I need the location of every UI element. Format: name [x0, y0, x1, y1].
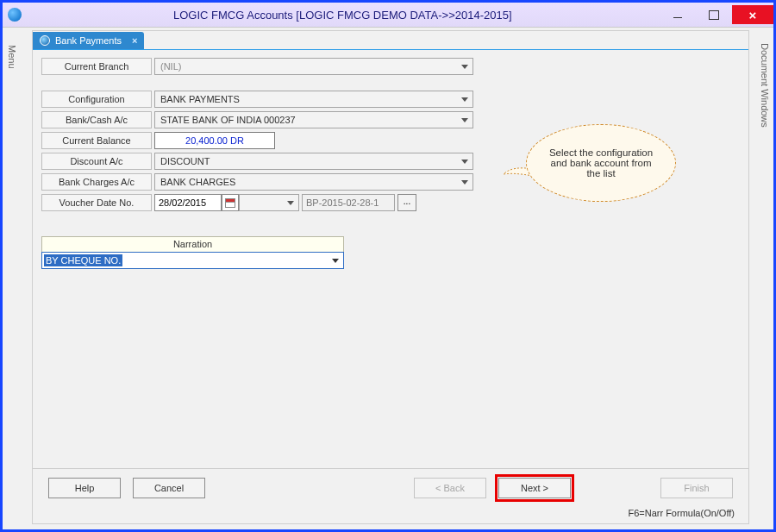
- sidebar-tab-menu[interactable]: Menu: [7, 41, 17, 72]
- value-bank-cash-ac: STATE BANK OF INDIA 000237: [155, 112, 296, 128]
- window-title: LOGIC FMCG Accounts [LOGIC FMCG DEMO DAT…: [173, 9, 512, 22]
- select-configuration[interactable]: BANK PAYMENTS: [154, 91, 473, 108]
- window-maximize-button[interactable]: [696, 5, 732, 24]
- next-button[interactable]: Next >: [498, 478, 571, 498]
- value-bank-charges-ac: BANK CHARGES: [155, 174, 235, 190]
- help-button[interactable]: Help: [48, 478, 121, 498]
- hint-callout: Select the configuration and bank accoun…: [526, 124, 676, 202]
- value-discount-ac: DISCOUNT: [155, 153, 210, 169]
- voucher-lookup-button[interactable]: ...: [397, 194, 416, 211]
- value-current-balance: 20,400.00 DR: [154, 132, 275, 149]
- app-icon: [8, 8, 22, 22]
- hint-text: Select the configuration and bank accoun…: [542, 147, 660, 178]
- label-bank-charges-ac: Bank Charges A/c: [41, 173, 152, 191]
- document-icon: [40, 35, 50, 46]
- window-minimize-button[interactable]: [660, 5, 696, 24]
- input-voucher-date[interactable]: 28/02/2015: [154, 194, 222, 211]
- tab-label: Bank Payments: [55, 35, 122, 46]
- window-close-button[interactable]: ×: [732, 5, 773, 24]
- tab-close-icon[interactable]: ×: [127, 35, 137, 46]
- select-bank-charges-ac[interactable]: BANK CHARGES: [154, 173, 473, 191]
- input-voucher-no[interactable]: BP-2015-02-28-1: [302, 194, 395, 211]
- select-discount-ac[interactable]: DISCOUNT: [154, 153, 473, 170]
- sidebar-tab-documents[interactable]: Document Windows: [760, 40, 770, 131]
- calendar-button[interactable]: [222, 194, 239, 211]
- window-titlebar: LOGIC FMCG Accounts [LOGIC FMCG DEMO DAT…: [3, 3, 773, 27]
- label-configuration: Configuration: [41, 91, 152, 108]
- label-bank-cash-ac: Bank/Cash A/c: [41, 111, 152, 128]
- label-current-balance: Current Balance: [41, 132, 152, 149]
- document-tab-strip: Bank Payments ×: [33, 31, 748, 50]
- label-discount-ac: Discount A/c: [41, 153, 152, 170]
- select-voucher-prefix[interactable]: [239, 194, 299, 211]
- value-configuration: BANK PAYMENTS: [155, 91, 240, 107]
- value-current-branch: (NIL): [155, 59, 181, 74]
- tab-bank-payments[interactable]: Bank Payments ×: [33, 32, 144, 49]
- status-hint: F6=Narr Formula(On/Off): [628, 508, 735, 518]
- finish-button[interactable]: Finish: [660, 478, 733, 498]
- column-header-narration: Narration: [41, 236, 344, 253]
- select-bank-cash-ac[interactable]: STATE BANK OF INDIA 000237: [154, 111, 473, 128]
- calendar-icon: [225, 198, 235, 208]
- value-narration: BY CHEQUE NO.: [44, 254, 122, 266]
- back-button[interactable]: < Back: [414, 478, 486, 498]
- cancel-button[interactable]: Cancel: [133, 478, 205, 498]
- select-current-branch[interactable]: (NIL): [154, 58, 473, 75]
- label-current-branch: Current Branch: [41, 58, 152, 75]
- select-narration[interactable]: BY CHEQUE NO.: [41, 252, 344, 269]
- label-voucher-date-no: Voucher Date No.: [41, 194, 152, 211]
